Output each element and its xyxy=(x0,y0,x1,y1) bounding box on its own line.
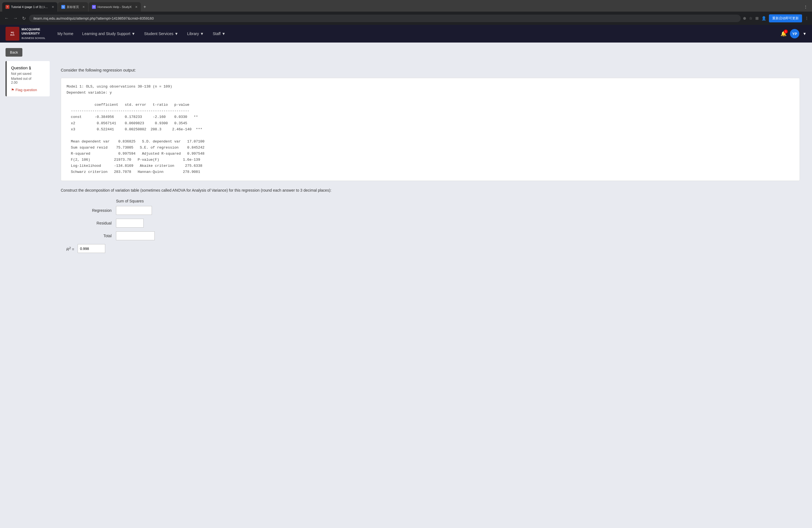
translate-icon[interactable]: ⊕ xyxy=(743,16,746,20)
tab-3-close[interactable]: ✕ xyxy=(135,5,137,9)
logo-text: MQBUS xyxy=(11,31,15,36)
anova-label-total: Total xyxy=(66,234,116,238)
question-number: 1 xyxy=(29,65,31,70)
tab-2-close[interactable]: ✕ xyxy=(82,5,85,9)
sidebar: Question 1 Not yet saved Marked out of 2… xyxy=(5,61,50,263)
avatar[interactable]: YP xyxy=(790,29,799,39)
tab-3[interactable]: H Homework Help - StudyX ✕ xyxy=(89,2,141,12)
anova-input-residual[interactable] xyxy=(116,219,144,228)
nav-links: My home Learning and Study Support ▼ Stu… xyxy=(54,29,781,39)
tab-2-favicon: N xyxy=(61,5,65,9)
anova-header-sum-of-squares: Sum of Squares xyxy=(116,199,144,203)
avatar-dropdown-arrow[interactable]: ▼ xyxy=(802,31,807,36)
nav-library[interactable]: Library ▼ xyxy=(184,29,208,39)
nav-my-home[interactable]: My home xyxy=(54,29,77,39)
rsq-label: R2 = xyxy=(66,246,76,252)
bookmark-icon[interactable]: ☆ xyxy=(749,16,753,20)
anova-header: Sum of Squares xyxy=(116,199,800,203)
anova-section: Construct the decomposition of variation… xyxy=(61,188,800,253)
tab-more-button[interactable]: ⋮ xyxy=(801,4,810,10)
dropdown-arrow-staff: ▼ xyxy=(222,31,226,36)
tab-bar: T Tutorial 4 (page 1 of 3) | iLear ✕ N 新… xyxy=(0,0,812,12)
nav-staff[interactable]: Staff ▼ xyxy=(209,29,229,39)
question-status: Not yet saved xyxy=(11,72,45,76)
nav-right: 🔔 1 YP ▼ xyxy=(781,29,807,39)
anova-row-residual: Residual xyxy=(66,219,800,228)
menu-icon[interactable]: ⋮ xyxy=(805,16,809,20)
reload-button[interactable]: ↻ xyxy=(21,15,27,22)
anova-label-residual: Residual xyxy=(66,221,116,225)
tab-2[interactable]: N 新标签页 ✕ xyxy=(58,2,88,12)
tab-3-title: Homework Help - StudyX xyxy=(98,5,132,9)
university-name: MACQUARIEUNIVERSITYBUSINESS SCHOOL xyxy=(21,27,45,40)
regression-box: Model 1: OLS, using observations 30-138 … xyxy=(61,78,800,181)
question-marked: Marked out of 2.00 xyxy=(11,77,45,85)
anova-prompt: Construct the decomposition of variation… xyxy=(61,188,800,193)
anova-row-regression: Regression xyxy=(66,206,800,215)
tab-1-title: Tutorial 4 (page 1 of 3) | iLear xyxy=(11,5,48,9)
flag-question-link[interactable]: ⚑ Flag question xyxy=(11,88,45,92)
main-content: Back Question 1 Not yet saved Marked out… xyxy=(0,43,812,528)
regression-output: Model 1: OLS, using observations 30-138 … xyxy=(67,84,794,175)
address-input[interactable] xyxy=(29,15,741,22)
question-title: Question 1 xyxy=(11,65,45,70)
rsq-row: R2 = xyxy=(66,244,800,253)
flag-icon: ⚑ xyxy=(11,88,14,92)
back-button[interactable]: Back xyxy=(5,48,23,57)
university-logo: MQBUS MACQUARIEUNIVERSITYBUSINESS SCHOOL xyxy=(5,27,45,41)
logo-box: MQBUS xyxy=(5,27,19,41)
question-area: Consider the following regression output… xyxy=(54,61,807,263)
tab-1-close[interactable]: ✕ xyxy=(52,5,54,9)
question-box: Question 1 Not yet saved Marked out of 2… xyxy=(5,61,50,97)
rsq-input[interactable] xyxy=(77,244,105,253)
profile-icon[interactable]: 👤 xyxy=(762,16,766,20)
question-prompt: Consider the following regression output… xyxy=(61,68,800,72)
nav-student[interactable]: Student Services ▼ xyxy=(140,29,182,39)
dropdown-arrow-student: ▼ xyxy=(175,31,178,36)
anova-row-total: Total xyxy=(66,231,800,240)
anova-label-regression: Regression xyxy=(66,208,116,212)
add-tab-button[interactable]: + xyxy=(141,3,148,11)
nav-learning[interactable]: Learning and Study Support ▼ xyxy=(78,29,139,39)
anova-input-total[interactable] xyxy=(116,231,155,240)
tab-1[interactable]: T Tutorial 4 (page 1 of 3) | iLear ✕ xyxy=(2,2,57,12)
back-nav-button[interactable]: ← xyxy=(3,15,10,22)
tab-2-title: 新标签页 xyxy=(67,5,79,9)
dropdown-arrow-learning: ▼ xyxy=(131,31,135,36)
dropdown-arrow-library: ▼ xyxy=(200,31,204,36)
address-icons: ⊕ ☆ ⊞ 👤 重新启动即可更新 ⋮ xyxy=(743,14,809,23)
address-bar: ← → ↻ ⊕ ☆ ⊞ 👤 重新启动即可更新 ⋮ xyxy=(0,12,812,25)
tab-3-favicon: H xyxy=(92,5,96,9)
notification-bell[interactable]: 🔔 1 xyxy=(781,31,787,37)
anova-table: Sum of Squares Regression Residual T xyxy=(66,199,800,253)
notification-badge: 1 xyxy=(784,30,788,33)
university-nav: MQBUS MACQUARIEUNIVERSITYBUSINESS SCHOOL… xyxy=(0,25,812,43)
extensions-icon[interactable]: ⊞ xyxy=(755,16,759,20)
browser-chrome: T Tutorial 4 (page 1 of 3) | iLear ✕ N 新… xyxy=(0,0,812,25)
restart-button[interactable]: 重新启动即可更新 xyxy=(769,14,802,23)
tab-1-favicon: T xyxy=(5,5,10,9)
page-layout: Question 1 Not yet saved Marked out of 2… xyxy=(5,61,807,263)
anova-input-regression[interactable] xyxy=(116,206,152,215)
forward-nav-button[interactable]: → xyxy=(12,15,19,22)
